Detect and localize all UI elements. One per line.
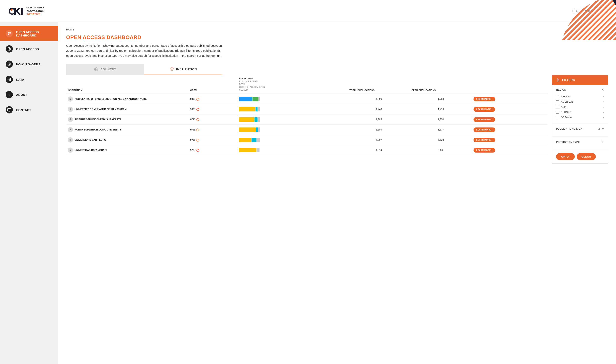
cell-open-publications: 6,623 [410, 135, 472, 145]
breakdown-bar [239, 107, 271, 111]
bar-segment [239, 148, 256, 152]
learn-more-button[interactable]: LEARN MORE › [474, 138, 495, 142]
cell-breakdown [238, 104, 348, 115]
gear-icon [6, 61, 13, 68]
filter-publications-header: PUBLICATIONS & OA ⊿ + [556, 127, 604, 131]
cell-total-publications: 1,385 [348, 115, 410, 125]
checkbox-oceania[interactable] [556, 116, 559, 119]
th-breakdown: BREAKDOWN PUBLISHER OPEN BOTH OTHER PLAT… [238, 75, 348, 94]
svg-point-7 [576, 10, 578, 12]
learn-more-button[interactable]: LEARN MORE › [474, 107, 495, 112]
learn-more-button[interactable]: LEARN MORE › [474, 97, 495, 101]
cell-breakdown [238, 125, 348, 135]
dashboard-icon [6, 30, 13, 37]
cell-open-pct: 98% [189, 94, 237, 104]
svg-rect-20 [10, 78, 11, 81]
filter-item-asia[interactable]: ASIA › [556, 104, 604, 110]
breadcrumb[interactable]: HOME [66, 28, 608, 31]
cell-institution: 🏛INSTITUT SENI INDONESIA SURAKARTA [66, 115, 189, 125]
checkbox-europe[interactable] [556, 111, 559, 114]
filter-region-header: REGION × [556, 88, 604, 91]
sidebar-item-about[interactable]: ABOUT [0, 87, 58, 102]
sidebar-item-data[interactable]: DATA [0, 72, 58, 87]
tab-institution[interactable]: INSTITUTION [144, 64, 222, 75]
apply-button[interactable]: APPLY [556, 153, 575, 160]
sidebar-item-open-access[interactable]: OPEN ACCESS [0, 41, 58, 56]
chevron-oceania: › [603, 116, 604, 119]
bar-segment [239, 97, 252, 101]
bar-segment [259, 97, 260, 101]
svg-rect-22 [9, 94, 9, 96]
learn-more-button[interactable]: LEARN MORE › [474, 117, 495, 122]
cell-action: LEARN MORE › [472, 94, 548, 104]
logo-area: C KI CURTIN OPEN KNOWLEDGE INITIATIVE [8, 5, 44, 17]
svg-rect-18 [8, 79, 8, 81]
tab-country[interactable]: COUNTRY [66, 64, 144, 75]
cell-action: LEARN MORE › [472, 125, 548, 135]
filter-item-oceania[interactable]: OCEANIA › [556, 115, 604, 120]
tabs-row: COUNTRY INSTITUTION [66, 64, 608, 75]
svg-rect-11 [8, 33, 9, 35]
breakdown-bar [239, 117, 271, 122]
cell-open-pct: 97% [189, 135, 237, 145]
filter-item-europe[interactable]: EUROPE › [556, 110, 604, 115]
cell-institution: 🏛UNIVERSIDAD SAN PEDRO [66, 135, 189, 145]
page-title: OPEN ACCESS DASHBOARD [66, 34, 608, 40]
cell-breakdown [238, 94, 348, 104]
checkbox-asia[interactable] [556, 106, 559, 108]
sidebar-item-how-it-works[interactable]: HOW IT WORKS [0, 56, 58, 72]
bar-segment [257, 148, 259, 152]
open-circle-icon [196, 149, 199, 152]
filter-institution-type-header: INSTITUTION TYPE + [556, 140, 604, 144]
bar-segment [258, 128, 260, 132]
checkbox-americas[interactable] [556, 100, 559, 103]
table-row: 🏛INSTITUT SENI INDONESIA SURAKARTA97% 1,… [66, 115, 548, 125]
cell-open-publications: 1,350 [410, 115, 472, 125]
learn-more-button[interactable]: LEARN MORE › [474, 148, 495, 153]
table-area: INSTITUTION OPEN ↓ BREAKDOWN PUBLISHER O… [66, 75, 548, 155]
bar-segment [255, 117, 257, 122]
svg-point-35 [557, 81, 558, 81]
cell-open-pct: 97% [189, 125, 237, 135]
svg-rect-10 [9, 32, 11, 33]
sidebar-item-contact[interactable]: CONTACT [0, 102, 58, 117]
bar-segment [252, 138, 257, 142]
publications-expand-btn[interactable]: + [602, 127, 604, 131]
breakdown-bar [239, 128, 271, 132]
learn-more-button[interactable]: LEARN MORE › [474, 128, 495, 132]
svg-marker-29 [170, 67, 174, 70]
search-input[interactable] [580, 9, 604, 13]
cell-open-pct: 97% [189, 115, 237, 125]
th-institution: INSTITUTION [66, 75, 189, 94]
inst-logo: 🏛 [68, 117, 73, 122]
svg-marker-6 [610, 0, 616, 12]
cell-institution: 🏛UNIVERSITY OF MUHAMMADIYAH MATARAM [66, 104, 189, 115]
search-icon [576, 9, 579, 13]
clear-button[interactable]: CLEAR [577, 153, 596, 160]
cell-institution: 🏛UNIVERSITAS BATANGHARI [66, 145, 189, 155]
chevron-asia: › [603, 106, 604, 108]
search-box[interactable] [572, 8, 608, 14]
institution-type-expand-btn[interactable]: + [602, 140, 604, 144]
coki-logo-icon: C KI [8, 5, 24, 17]
checkbox-africa[interactable] [556, 95, 559, 98]
bar-chart-icon [6, 76, 13, 83]
filter-region-close[interactable]: × [602, 88, 604, 91]
sidebar-item-open-access-dashboard[interactable]: OPEN ACCESS DASHBOARD [0, 26, 58, 41]
bar-segment [239, 117, 254, 122]
cell-institution: 🏛NORTH SUMATRA ISLAMIC UNIVERSITY [66, 125, 189, 135]
inst-logo: 🏛 [68, 127, 73, 132]
chevron-africa: › [603, 95, 604, 98]
bar-segment [239, 107, 255, 111]
filter-item-americas[interactable]: AMERICAS › [556, 99, 604, 104]
breakdown-bar [239, 97, 271, 101]
cell-institution: 🏛ARC CENTRE OF EXCELLENCE FOR ALL-SKY AS… [66, 94, 189, 104]
filter-item-africa[interactable]: AFRICA › [556, 94, 604, 99]
th-open[interactable]: OPEN ↓ [189, 75, 237, 94]
filter-region-section: REGION × AFRICA › AMERICAS [552, 85, 608, 123]
page-description: Open Access by institution. Showing outp… [66, 43, 222, 58]
data-table: INSTITUTION OPEN ↓ BREAKDOWN PUBLISHER O… [66, 75, 548, 155]
cell-open-publications: 1,210 [410, 104, 472, 115]
svg-text:KI: KI [14, 6, 23, 17]
content-with-filters: INSTITUTION OPEN ↓ BREAKDOWN PUBLISHER O… [66, 75, 608, 164]
